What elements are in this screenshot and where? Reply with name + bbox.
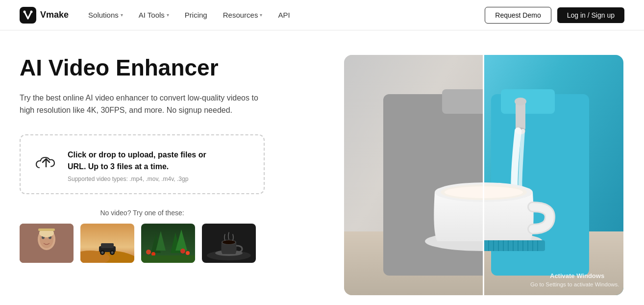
chevron-down-icon: ▾	[260, 12, 262, 18]
nav-ai-tools[interactable]: AI Tools ▾	[139, 11, 169, 19]
svg-point-0	[24, 10, 26, 13]
right-column: Activate Windows Go to Settings to activ…	[343, 55, 624, 295]
request-demo-button[interactable]: Request Demo	[485, 7, 551, 24]
logo-svg	[23, 10, 33, 21]
svg-text:Go to Settings to activate Win: Go to Settings to activate Windows.	[530, 281, 619, 287]
svg-rect-44	[516, 102, 525, 131]
upload-box[interactable]: Click or drop to upload, paste files orU…	[20, 134, 265, 194]
svg-point-45	[515, 98, 526, 105]
thumbnail-3[interactable]	[141, 224, 195, 263]
svg-point-24	[151, 252, 155, 256]
svg-rect-27	[141, 255, 195, 263]
thumbnail-4[interactable]	[202, 224, 256, 263]
nav-left: Vmake Solutions ▾ AI Tools ▾ Pricing Res…	[20, 7, 290, 24]
upload-icon	[34, 151, 58, 177]
logo-icon	[20, 7, 36, 24]
hero-image: Activate Windows Go to Settings to activ…	[344, 55, 623, 295]
svg-text:Activate Windows: Activate Windows	[550, 272, 604, 280]
upload-main-text: Click or drop to upload, paste files orU…	[68, 149, 206, 173]
svg-point-16	[101, 252, 104, 254]
svg-point-25	[180, 249, 185, 254]
svg-point-23	[146, 250, 151, 254]
left-column: AI Video Enhancer Try the best online AI…	[20, 55, 314, 263]
nav-api[interactable]: API	[278, 11, 290, 19]
hero-description: Try the best online AI video enhancer to…	[20, 92, 265, 117]
thumbnails-row	[20, 224, 314, 263]
svg-rect-13	[101, 243, 114, 248]
main-content: AI Video Enhancer Try the best online AI…	[0, 30, 644, 305]
no-video-label: No video? Try one of these:	[20, 209, 265, 217]
upload-sub-text: Supported video types: .mp4, .mov, .m4v,…	[68, 176, 206, 182]
nav-right: Request Demo Log in / Sign up	[485, 7, 624, 24]
svg-point-32	[223, 240, 235, 244]
svg-point-1	[30, 10, 33, 13]
svg-rect-8	[38, 229, 55, 231]
nav-pricing[interactable]: Pricing	[185, 11, 207, 19]
svg-rect-42	[501, 89, 555, 114]
svg-rect-67	[483, 55, 484, 295]
thumbnail-2[interactable]	[80, 224, 134, 263]
chevron-down-icon: ▾	[167, 12, 169, 18]
hero-title: AI Video Enhancer	[20, 55, 314, 81]
svg-point-26	[186, 251, 190, 255]
login-signup-button[interactable]: Log in / Sign up	[557, 7, 624, 23]
logo[interactable]: Vmake	[20, 7, 69, 24]
upload-text-container: Click or drop to upload, paste files orU…	[68, 149, 206, 182]
logo-text: Vmake	[40, 10, 69, 20]
nav-solutions[interactable]: Solutions ▾	[88, 11, 123, 19]
svg-point-17	[111, 252, 114, 254]
thumbnail-1[interactable]	[20, 224, 74, 263]
nav-links: Solutions ▾ AI Tools ▾ Pricing Resources…	[88, 11, 290, 19]
nav-resources[interactable]: Resources ▾	[223, 11, 263, 19]
navbar: Vmake Solutions ▾ AI Tools ▾ Pricing Res…	[0, 0, 644, 30]
chevron-down-icon: ▾	[121, 12, 123, 18]
